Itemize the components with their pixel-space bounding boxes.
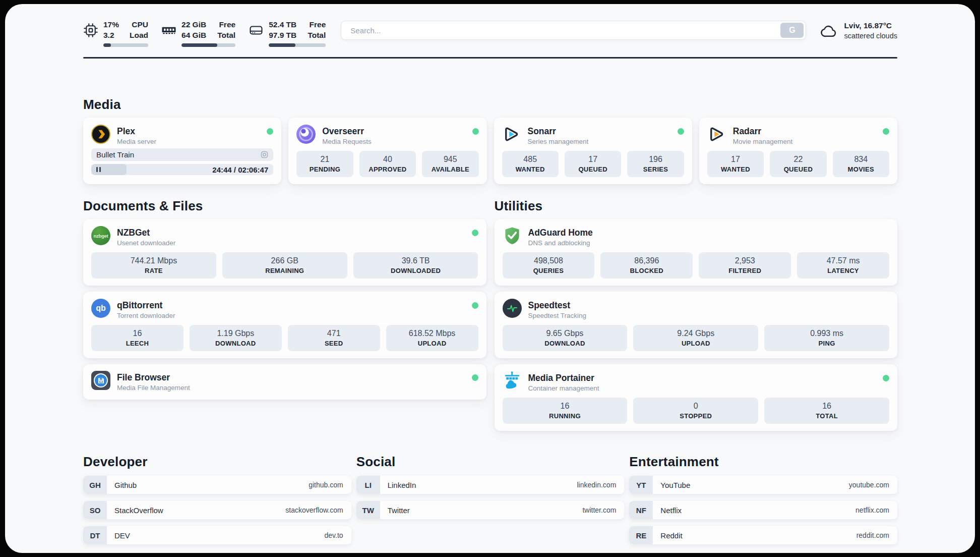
cloud-icon	[820, 22, 838, 42]
stat-box: 40 APPROVED	[359, 151, 416, 177]
bookmark-url: dev.to	[325, 531, 343, 539]
overseerr-card[interactable]: Overseerr Media Requests 21 PENDING 40 A…	[288, 118, 486, 184]
memory-total-label: Total	[217, 30, 235, 40]
app-subtitle: DNS and adblocking	[528, 239, 593, 248]
bookmark-url: twitter.com	[582, 506, 616, 514]
bookmark-abbr: NF	[629, 501, 653, 519]
stat-box: 485 WANTED	[502, 151, 559, 177]
bookmark-name: Netflix	[660, 506, 682, 515]
bookmark-name: YouTube	[660, 481, 690, 489]
portainer-icon	[503, 371, 522, 391]
stat-box: 744.21 Mbps RATE	[91, 252, 216, 278]
memory-usage-bar	[181, 43, 235, 47]
playback-time: 24:44 / 02:06:47	[212, 165, 273, 174]
header-divider	[83, 57, 897, 59]
bookmark-linkedin[interactable]: LI LinkedIn linkedin.com	[356, 476, 625, 494]
speedtest-card[interactable]: Speedtest Speedtest Tracking 9.65 Gbps D…	[495, 292, 898, 358]
disk-free-value: 52.4 TB	[269, 19, 296, 30]
weather-location: Lviv, 16.87°C	[844, 20, 897, 31]
memory-free-label: Free	[219, 19, 235, 30]
status-dot	[472, 128, 479, 135]
nzbget-icon: nzbget	[91, 226, 110, 245]
app-title: Plex	[117, 126, 156, 137]
disk-icon	[249, 23, 264, 47]
stat-box: 86,396 BLOCKED	[600, 252, 693, 278]
weather-widget: Lviv, 16.87°C scattered clouds	[820, 20, 897, 42]
cpu-load-value: 3.2	[103, 30, 119, 40]
dashboard-page: 17% 3.2 CPU Load	[5, 4, 975, 553]
ram-icon	[161, 23, 176, 47]
bookmark-url: netflix.com	[855, 506, 889, 514]
search-bar: G	[341, 21, 806, 40]
portainer-card[interactable]: Media Portainer Container management 16 …	[495, 364, 898, 431]
cpu-load-label: Load	[130, 30, 148, 40]
section-title-media: Media	[83, 97, 897, 113]
system-widgets: 17% 3.2 CPU Load	[83, 19, 326, 47]
radarr-card[interactable]: Radarr Movie management 17 WANTED 22 QUE…	[699, 118, 897, 184]
adguard-card[interactable]: AdGuard Home DNS and adblocking 498,508 …	[495, 219, 898, 286]
bookmark-twitter[interactable]: TW Twitter twitter.com	[356, 501, 625, 519]
bookmark-url: github.com	[309, 481, 343, 489]
status-dot	[472, 302, 478, 309]
status-dot	[472, 374, 478, 381]
stat-box: 196 SERIES	[627, 151, 684, 177]
disk-total-label: Total	[308, 30, 326, 40]
bookmark-name: Github	[114, 481, 137, 489]
adguard-icon	[503, 226, 522, 245]
bookmark-github[interactable]: GH Github github.com	[83, 476, 351, 494]
filebrowser-card[interactable]: File Browser Media File Management	[83, 364, 486, 400]
bookmark-abbr: LI	[356, 476, 380, 494]
cpu-percent: 17%	[103, 19, 119, 30]
sonarr-icon	[502, 125, 521, 144]
developer-group: Developer GH Github github.com SO StackO…	[83, 454, 351, 544]
app-subtitle: Media Requests	[322, 137, 372, 146]
bookmark-name: DEV	[114, 531, 130, 540]
weather-condition: scattered clouds	[844, 31, 897, 41]
nzbget-card[interactable]: nzbget NZBGet Usenet downloader 744.21 M…	[83, 219, 486, 286]
session-screen-icon[interactable]	[261, 151, 268, 158]
app-subtitle: Speedtest Tracking	[528, 311, 587, 320]
app-title: Media Portainer	[528, 372, 599, 384]
bookmark-abbr: TW	[356, 501, 380, 519]
stat-box: 9.24 Gbps UPLOAD	[633, 325, 758, 351]
section-title-documents: Documents & Files	[83, 198, 486, 214]
sonarr-card[interactable]: Sonarr Series management 485 WANTED 17 Q…	[494, 118, 692, 184]
search-input[interactable]	[341, 21, 806, 40]
stat-box: 16 TOTAL	[764, 398, 889, 424]
section-title-social: Social	[356, 454, 625, 470]
stat-box: 618.52 Mbps UPLOAD	[386, 325, 478, 351]
social-group: Social LI LinkedIn linkedin.com TW Twitt…	[356, 454, 625, 519]
stat-box: 21 PENDING	[296, 151, 353, 177]
bookmark-youtube[interactable]: YT YouTube youtube.com	[629, 476, 897, 494]
section-title-utilities: Utilities	[495, 198, 898, 214]
bookmark-dev[interactable]: DT DEV dev.to	[83, 526, 351, 544]
app-title: Sonarr	[528, 126, 589, 137]
cpu-label: CPU	[132, 19, 148, 30]
stat-box: 834 MOVIES	[833, 151, 889, 177]
plex-card[interactable]: Plex Media server Bullet Train 24:44 / 0	[83, 118, 281, 184]
cpu-usage-bar	[103, 43, 148, 47]
playback-progress-bar: 24:44 / 02:06:47	[91, 164, 273, 175]
pause-icon[interactable]	[96, 167, 101, 172]
cpu-icon	[83, 23, 98, 47]
disk-widget: 52.4 TB 97.9 TB Free Total	[249, 19, 326, 47]
status-dot	[267, 128, 273, 135]
google-search-button[interactable]: G	[780, 23, 804, 38]
app-title: qBittorrent	[117, 300, 175, 311]
entertainment-group: Entertainment YT YouTube youtube.com NF …	[629, 454, 897, 544]
bookmark-netflix[interactable]: NF Netflix netflix.com	[629, 501, 897, 519]
stat-box: 17 WANTED	[707, 151, 764, 177]
stat-box: 945 AVAILABLE	[422, 151, 478, 177]
bookmark-stackoverflow[interactable]: SO StackOverflow stackoverflow.com	[83, 501, 351, 519]
app-title: NZBGet	[117, 227, 175, 239]
stat-box: 2,953 FILTERED	[699, 252, 791, 278]
app-title: AdGuard Home	[528, 227, 593, 239]
qbittorrent-card[interactable]: qb qBittorrent Torrent downloader 16 LEE…	[83, 292, 486, 358]
memory-free-value: 22 GiB	[181, 19, 206, 30]
stat-box: 17 QUEUED	[565, 151, 621, 177]
bookmark-abbr: DT	[83, 526, 107, 544]
app-title: Speedtest	[528, 300, 587, 311]
bookmark-reddit[interactable]: RE Reddit reddit.com	[629, 526, 897, 544]
bookmark-url: youtube.com	[849, 481, 889, 489]
app-title: File Browser	[117, 372, 190, 383]
